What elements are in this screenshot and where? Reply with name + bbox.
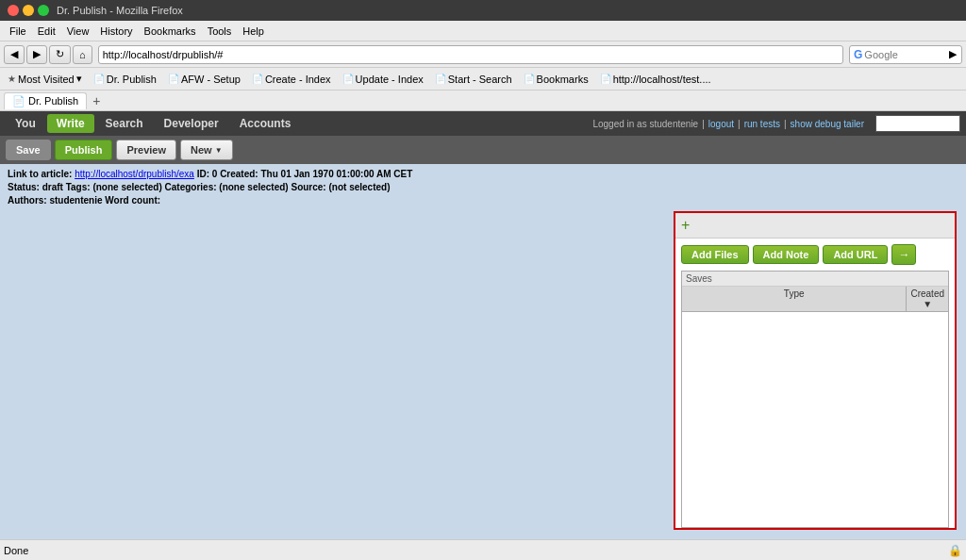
- star-icon: ★: [8, 74, 16, 84]
- bookmark-icon-3: 📄: [342, 74, 354, 84]
- saves-legend: Saves: [682, 272, 948, 287]
- home-button[interactable]: ⌂: [73, 45, 92, 64]
- menu-tools[interactable]: Tools: [202, 24, 238, 39]
- new-tab-button[interactable]: +: [89, 93, 104, 108]
- bookmark-dr-publish[interactable]: 📄 Dr. Publish: [90, 72, 160, 87]
- tab-dr-publish[interactable]: 📄 Dr. Publish: [4, 92, 87, 109]
- link-label: Link to article:: [8, 169, 72, 179]
- menu-history[interactable]: History: [94, 24, 138, 39]
- app-nav-search-input[interactable]: [875, 115, 960, 132]
- created-label: Created: Thu 01 Jan 1970 01:00:00 AM CET: [220, 169, 412, 179]
- nav-item-write[interactable]: Write: [47, 114, 94, 133]
- categories-label: Categories: (none selected): [165, 182, 289, 192]
- preview-button[interactable]: Preview: [116, 140, 176, 160]
- panel-buttons: Add Files Add Note Add URL →: [675, 239, 955, 271]
- logout-link[interactable]: logout: [708, 119, 734, 129]
- bookmark-label-4: Update - Index: [356, 74, 424, 85]
- saves-created-label: Created: [910, 288, 944, 299]
- maximize-button[interactable]: [38, 5, 49, 16]
- status-text: Done: [4, 545, 948, 556]
- search-engine-icon: G: [854, 48, 862, 61]
- bookmark-bookmarks[interactable]: 📄 Bookmarks: [520, 72, 592, 87]
- nav-search-label: Search: [106, 117, 143, 130]
- status-label: Status: draft: [8, 182, 63, 192]
- menu-bookmarks[interactable]: Bookmarks: [139, 24, 202, 39]
- save-button[interactable]: Save: [6, 140, 51, 160]
- status-bar: Done 🔒: [0, 539, 966, 560]
- menu-edit[interactable]: Edit: [32, 24, 61, 39]
- bookmark-label-6: Bookmarks: [537, 74, 589, 85]
- saves-section: Saves Type Created ▼: [681, 271, 949, 528]
- close-button[interactable]: [8, 5, 19, 16]
- article-link[interactable]: http://localhost/drpublish/exa: [75, 169, 194, 179]
- run-tests-link[interactable]: run tests: [744, 119, 780, 129]
- bookmark-update-index[interactable]: 📄 Update - Index: [339, 72, 427, 87]
- nav-developer-label: Developer: [164, 117, 219, 130]
- forward-button[interactable]: ▶: [26, 45, 47, 64]
- menu-bar: File Edit View History Bookmarks Tools H…: [0, 21, 966, 41]
- new-button[interactable]: New ▼: [180, 140, 233, 160]
- panel-arrow-button[interactable]: →: [891, 244, 916, 265]
- publish-button[interactable]: Publish: [55, 140, 113, 160]
- tab-bar: 📄 Dr. Publish +: [0, 91, 966, 111]
- saves-sort-icon[interactable]: ▼: [923, 299, 932, 309]
- word-count-label: Word count:: [105, 195, 160, 206]
- search-input[interactable]: [864, 49, 949, 60]
- saves-type-col: Type: [682, 287, 907, 311]
- bookmark-label-2: AFW - Setup: [181, 74, 241, 85]
- nav-accounts-label: Accounts: [240, 117, 291, 130]
- source-label: Source: (not selected): [291, 182, 390, 192]
- nav-item-accounts[interactable]: Accounts: [230, 114, 301, 133]
- bookmark-label-3: Create - Index: [265, 74, 331, 85]
- panel-area: + Add Files Add Note Add URL → Saves Typ…: [674, 211, 957, 530]
- bookmark-localhost-test[interactable]: 📄 http://localhost/test....: [596, 72, 715, 87]
- address-input[interactable]: [103, 49, 839, 60]
- saves-header: Type Created ▼: [682, 287, 948, 312]
- tab-label: Dr. Publish: [28, 95, 78, 107]
- bookmark-label-7: http://localhost/test....: [613, 74, 711, 85]
- bookmark-icon-4: 📄: [435, 74, 446, 84]
- add-url-button[interactable]: Add URL: [823, 245, 888, 264]
- bookmark-create-index[interactable]: 📄 Create - Index: [248, 72, 335, 87]
- nav-bar: ◀ ▶ ↻ ⌂ G ▶: [0, 41, 966, 68]
- bookmark-icon-6: 📄: [600, 74, 611, 84]
- authors-label: Authors: studentenie: [8, 195, 103, 206]
- panel-header: +: [675, 213, 955, 239]
- add-note-button[interactable]: Add Note: [753, 245, 820, 264]
- menu-view[interactable]: View: [61, 24, 95, 39]
- nav-you-label: You: [15, 117, 36, 130]
- nav-item-developer[interactable]: Developer: [155, 114, 228, 133]
- window-controls[interactable]: [8, 5, 49, 16]
- nav-item-you[interactable]: You: [6, 114, 45, 133]
- bookmark-icon-1: 📄: [168, 74, 179, 84]
- bookmark-label-5: Start - Search: [448, 74, 512, 85]
- tags-label: Tags: (none selected): [66, 182, 162, 192]
- reload-button[interactable]: ↻: [49, 45, 71, 64]
- search-bar: G ▶: [849, 45, 962, 64]
- nav-item-search[interactable]: Search: [96, 114, 153, 133]
- bookmark-start-search[interactable]: 📄 Start - Search: [431, 72, 516, 87]
- bookmark-most-visited[interactable]: ★ Most Visited ▾: [4, 71, 86, 87]
- menu-file[interactable]: File: [4, 24, 32, 39]
- minimize-button[interactable]: [23, 5, 34, 16]
- add-files-button[interactable]: Add Files: [681, 245, 749, 264]
- back-button[interactable]: ◀: [4, 45, 25, 64]
- nav-write-label: Write: [57, 117, 85, 130]
- main-content: Link to article: http://localhost/drpubl…: [0, 164, 966, 539]
- bookmark-label: Most Visited: [18, 74, 75, 85]
- user-info: Logged in as studentenie: [592, 119, 698, 129]
- action-toolbar: Save Publish Preview New ▼: [0, 136, 966, 164]
- bookmark-label-1: Dr. Publish: [107, 74, 157, 85]
- search-go-icon[interactable]: ▶: [949, 48, 957, 60]
- panel-plus-icon[interactable]: +: [681, 217, 690, 234]
- bookmark-icon-0: 📄: [93, 74, 105, 84]
- lock-icon: 🔒: [948, 544, 962, 557]
- new-dropdown-arrow: ▼: [215, 146, 223, 155]
- debug-link[interactable]: show debug tailer: [791, 119, 864, 129]
- bookmark-afw-setup[interactable]: 📄 AFW - Setup: [164, 72, 244, 87]
- menu-help[interactable]: Help: [237, 24, 270, 39]
- window-title: Dr. Publish - Mozilla Firefox: [57, 5, 183, 16]
- app-nav-right: Logged in as studentenie | logout | run …: [592, 115, 960, 132]
- tab-icon: 📄: [12, 95, 25, 107]
- new-label: New: [191, 144, 212, 156]
